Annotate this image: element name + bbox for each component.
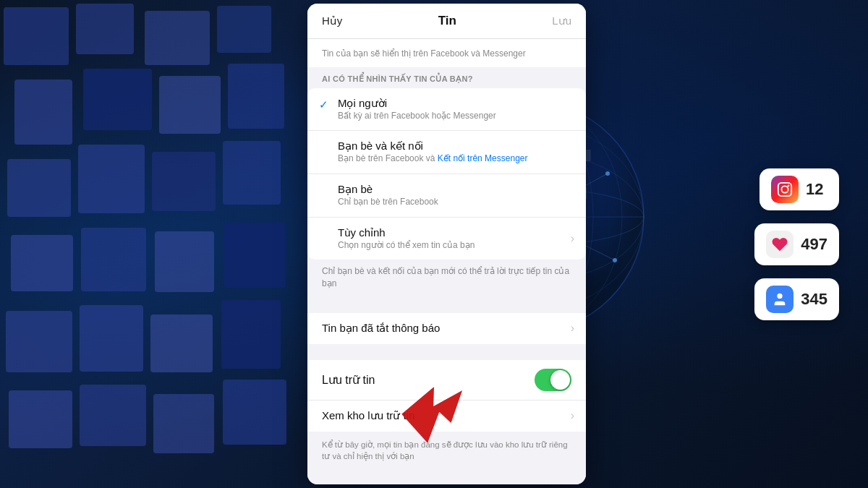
- photo-tile: [150, 314, 213, 372]
- photo-collage: [0, 0, 311, 488]
- photo-tile: [76, 4, 134, 54]
- svg-rect-20: [778, 182, 791, 195]
- instagram-notification: 12: [760, 168, 839, 210]
- user-count: 345: [801, 290, 827, 309]
- photo-tile: [153, 394, 214, 453]
- svg-point-22: [788, 184, 790, 187]
- arrow-icon-custom: ›: [571, 232, 574, 245]
- muted-row[interactable]: Tin bạn đã tắt thông báo ›: [307, 313, 586, 344]
- option-subtitle-everyone: Bất kỳ ai trên Facebook hoặc Messenger: [338, 111, 574, 122]
- instagram-count: 12: [806, 180, 823, 199]
- photo-tile: [221, 300, 281, 369]
- muted-title: Tin bạn đã tắt thông báo: [322, 322, 566, 335]
- photo-tile: [145, 11, 210, 65]
- archive-toggle-label: Lưu trữ tin: [322, 373, 535, 387]
- toggle-knob: [550, 370, 570, 390]
- spacer-2: [307, 344, 586, 360]
- subtitle-section: Tin của bạn sẽ hiển thị trên Facebook và…: [307, 39, 586, 67]
- svg-point-16: [605, 171, 610, 176]
- photo-tile: [4, 7, 69, 65]
- option-content-everyone: Mọi người Bất kỳ ai trên Facebook hoặc M…: [338, 97, 574, 122]
- photo-tile: [224, 223, 286, 288]
- photo-tile: [14, 80, 72, 145]
- option-subtitle-custom: Chọn người có thể xem tin của bạn: [338, 240, 566, 252]
- option-title-friends: Bạn bè: [338, 183, 574, 196]
- svg-point-21: [781, 186, 788, 192]
- heart-count: 497: [801, 235, 827, 254]
- modal-header: Hủy Tin Lưu: [307, 4, 586, 39]
- photo-tile: [228, 64, 284, 129]
- subtitle-text: Tin của bạn sẽ hiển thị trên Facebook và…: [322, 48, 526, 59]
- user-icon: [766, 286, 793, 313]
- option-content-custom: Tùy chỉnh Chọn người có thể xem tin của …: [338, 226, 566, 252]
- photo-tile: [78, 145, 145, 213]
- check-icon: ✓: [319, 98, 333, 111]
- option-friends-connections[interactable]: Bạn bè và kết nối Bạn bè trên Facebook v…: [307, 131, 586, 174]
- photo-tile: [80, 385, 146, 446]
- option-custom[interactable]: Tùy chỉnh Chọn người có thể xem tin của …: [307, 218, 586, 260]
- option-friends[interactable]: Bạn bè Chỉ bạn bè trên Facebook: [307, 174, 586, 218]
- photo-tile: [159, 76, 221, 134]
- arrow-icon-archive: ›: [571, 409, 574, 422]
- cancel-button[interactable]: Hủy: [322, 14, 342, 27]
- svg-point-23: [778, 293, 783, 298]
- reply-note: Chỉ bạn bè và kết nối của bạn mới có thể…: [307, 260, 586, 297]
- instagram-icon: [771, 176, 799, 203]
- heart-icon: [766, 231, 793, 258]
- save-button[interactable]: Lưu: [552, 14, 571, 27]
- option-title-friends-connections: Bạn bè và kết nối: [338, 140, 574, 153]
- user-notification: 345: [754, 278, 839, 320]
- spacer-1: [307, 297, 586, 313]
- photo-tile: [152, 152, 216, 211]
- photo-tile: [9, 390, 72, 448]
- photo-tile: [81, 228, 146, 291]
- option-everyone[interactable]: ✓ Mọi người Bất kỳ ai trên Facebook hoặc…: [307, 88, 586, 132]
- svg-point-17: [613, 258, 617, 262]
- photo-tile: [223, 141, 281, 205]
- photo-tile: [80, 305, 143, 372]
- photo-tile: [83, 69, 152, 130]
- photo-tile: [7, 159, 71, 217]
- muted-content: Tin bạn đã tắt thông báo: [322, 322, 566, 335]
- option-title-everyone: Mọi người: [338, 97, 574, 110]
- option-content-friends-connections: Bạn bè và kết nối Bạn bè trên Facebook v…: [338, 140, 574, 165]
- photo-tile: [217, 6, 271, 53]
- archive-toggle-switch[interactable]: [535, 369, 571, 391]
- muted-option: Tin bạn đã tắt thông báo ›: [307, 313, 586, 344]
- option-title-custom: Tùy chỉnh: [338, 226, 566, 239]
- photo-tile: [223, 380, 286, 445]
- subtitle-plain: Bạn bè trên Facebook và: [338, 153, 438, 163]
- option-content-friends: Bạn bè Chỉ bạn bè trên Facebook: [338, 183, 574, 208]
- visibility-options: ✓ Mọi người Bất kỳ ai trên Facebook hoặc…: [307, 88, 586, 260]
- section-label: AI CÓ THỂ NHÌN THẤY TIN CỦA BẠN?: [307, 67, 586, 88]
- photo-tile: [11, 235, 73, 291]
- modal-title: Tin: [438, 14, 456, 28]
- photo-tile: [6, 311, 72, 372]
- option-subtitle-friends-connections: Bạn bè trên Facebook và Kết nối trên Mes…: [338, 153, 574, 165]
- photo-tile: [155, 231, 214, 292]
- option-subtitle-friends: Chỉ bạn bè trên Facebook: [338, 197, 574, 208]
- heart-notification: 497: [754, 223, 839, 265]
- phone-notifications: 12 497 345: [687, 0, 846, 488]
- subtitle-link: Kết nối trên Messenger: [438, 153, 528, 163]
- arrow-icon-muted: ›: [571, 322, 574, 335]
